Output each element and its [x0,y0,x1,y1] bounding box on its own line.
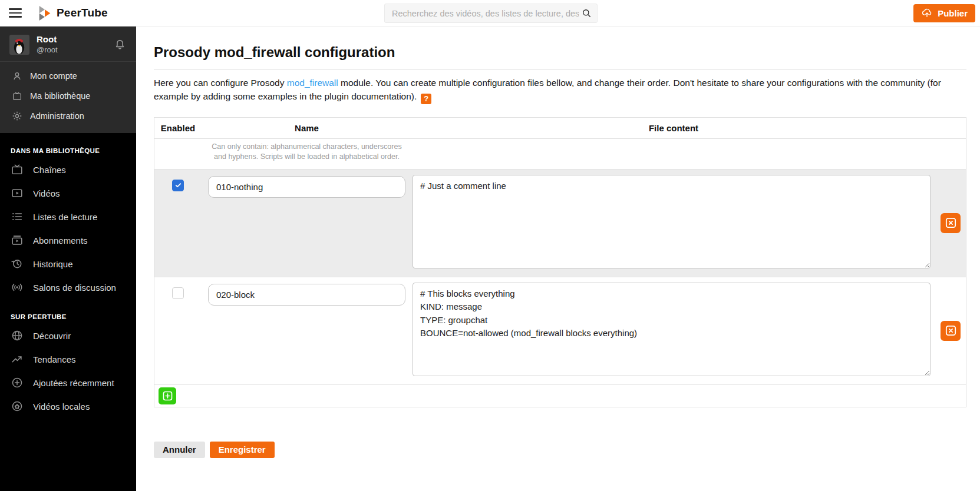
name-constraints-help: Can only contain: alphanumerical charact… [202,139,412,169]
account-menu: Mon compte Ma bibliothèque Administratio… [0,61,136,133]
config-content-textarea[interactable]: # This blocks everything KIND: message T… [413,283,930,376]
sidebar-section-on-peertube: SUR PEERTUBE Découvrir Tendances Ajoutée… [0,299,136,418]
menu-toggle-button[interactable] [9,7,23,19]
section-title: DANS MA BIBLIOTHÈQUE [0,147,136,158]
sidebar-item-administration[interactable]: Administration [0,106,136,126]
enabled-checkbox[interactable] [172,180,184,191]
trending-icon [11,353,24,366]
sidebar-item-label: Vidéos [33,188,60,198]
sidebar-item-label: Ajoutées récemment [33,378,114,388]
sidebar-item-label: Tendances [33,354,76,364]
sidebar-item-ma-bibliotheque[interactable]: Ma bibliothèque [0,86,136,106]
sidebar-item-label: Salons de discussion [33,283,116,293]
delete-row-button[interactable] [941,321,961,341]
config-name-input[interactable] [208,176,405,198]
name-cell [202,170,412,277]
content-cell: # Just a comment line [412,170,935,277]
help-icon[interactable]: ? [421,94,431,104]
history-icon [11,257,24,270]
sidebar-item-salons-de-discussion[interactable]: Salons de discussion [0,276,136,299]
avatar [9,35,29,55]
section-title: SUR PEERTUBE [0,313,136,324]
brand-name: PeerTube [57,6,108,19]
upload-cloud-icon [921,7,933,19]
config-content-textarea[interactable]: # Just a comment line [413,175,930,268]
save-button[interactable]: Enregistrer [210,442,275,458]
sidebar-item-listes-de-lecture[interactable]: Listes de lecture [0,205,136,228]
actions-cell [935,277,966,384]
user-names: Root @root [37,34,106,55]
sidebar-item-tendances[interactable]: Tendances [0,347,136,371]
enabled-checkbox[interactable] [172,287,184,299]
user-handle: @root [37,45,106,55]
enabled-cell [154,170,202,277]
sidebar-item-chaines[interactable]: Chaînes [0,158,136,181]
search-icon[interactable] [581,8,592,19]
sidebar-item-decouvrir[interactable]: Découvrir [0,324,136,347]
firewall-config-table: Enabled Name File content Can only conta… [154,117,966,407]
config-row-1: # Just a comment line [154,169,966,277]
sidebar-item-label: Historique [33,259,73,269]
app-root: PeerTube Publier [0,0,980,491]
sidebar-item-mon-compte[interactable]: Mon compte [0,66,136,86]
content-cell: # This blocks everything KIND: message T… [412,277,935,384]
hamburger-icon [9,8,22,10]
sidebar-item-label: Listes de lecture [33,212,97,222]
table-header-row: Enabled Name File content [154,118,966,139]
mod-firewall-link[interactable]: mod_firewall [287,78,338,88]
x-square-icon [944,216,958,230]
sidebar-item-label: Découvrir [33,331,71,341]
search-box [384,4,598,23]
table-help-row: Can only contain: alphanumerical charact… [154,139,966,169]
title-divider [154,69,966,70]
col-header-name: Name [202,118,412,138]
enabled-cell [154,277,202,384]
search-input[interactable] [392,9,579,18]
actions-cell [935,170,966,277]
config-name-input[interactable] [208,284,405,306]
publish-label: Publier [938,8,968,18]
peertube-home-link[interactable]: PeerTube [38,6,108,21]
top-bar: PeerTube Publier [0,0,980,26]
sidebar-item-label: Ma bibliothèque [30,91,90,101]
col-header-actions [935,118,966,138]
plus-circle-icon [11,376,24,389]
home-circle-icon [11,400,24,413]
video-icon [11,187,24,200]
publish-button[interactable]: Publier [913,4,975,22]
user-block[interactable]: Root @root [0,26,136,61]
user-name: Root [37,34,106,45]
globe-icon [11,329,24,342]
check-icon [174,181,182,189]
sidebar-item-label: Mon compte [30,71,77,81]
notifications-bell-icon[interactable] [113,38,127,51]
sidebar-section-library: DANS MA BIBLIOTHÈQUE Chaînes Vidéos List… [0,133,136,299]
tv-icon [12,91,22,101]
page-title: Prosody mod_firewall configuration [154,44,966,61]
intro-before-link: Here you can configure Prosody [154,78,287,88]
config-row-2: # This blocks everything KIND: message T… [154,277,966,384]
sidebar: Root @root Mon compte Ma bibliothèque Ad… [0,26,136,491]
cancel-button[interactable]: Annuler [154,442,205,458]
col-header-enabled: Enabled [154,118,202,138]
sidebar-item-videos-locales[interactable]: Vidéos locales [0,394,136,418]
sidebar-item-label: Administration [30,111,84,121]
add-config-button[interactable] [159,387,176,404]
sidebar-item-historique[interactable]: Historique [0,252,136,276]
name-cell [202,277,412,384]
delete-row-button[interactable] [941,213,961,233]
plus-square-icon [161,390,174,402]
x-square-icon [944,324,958,337]
col-header-file-content: File content [412,118,935,138]
intro-text: Here you can configure Prosody mod_firew… [154,76,966,104]
sidebar-item-abonnements[interactable]: Abonnements [0,228,136,252]
main-content: Prosody mod_firewall configuration Here … [136,26,980,491]
sidebar-item-videos[interactable]: Vidéos [0,181,136,205]
tv-icon [11,163,24,176]
broadcast-icon [11,281,24,294]
subscriptions-icon [11,234,24,247]
sidebar-item-ajoutees-recemment[interactable]: Ajoutées récemment [0,371,136,394]
playlist-icon [11,210,24,223]
sidebar-item-label: Vidéos locales [33,402,90,412]
gear-icon [12,111,22,121]
